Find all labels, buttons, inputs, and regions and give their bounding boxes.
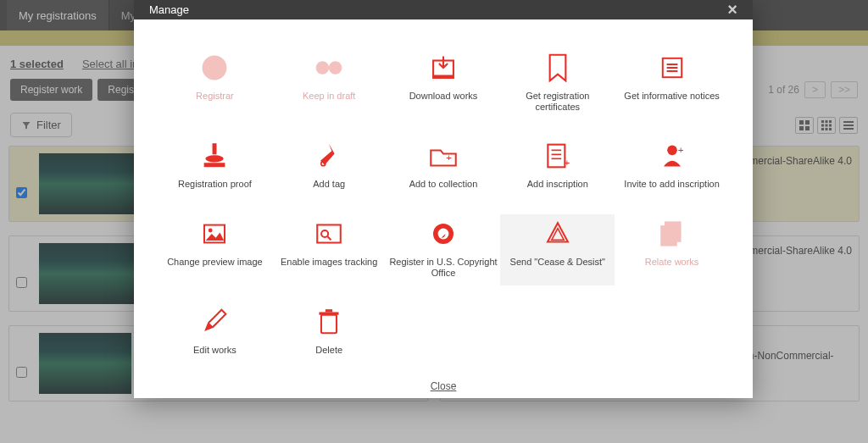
svg-point-39	[321, 230, 328, 237]
action-label: Download works	[409, 91, 478, 102]
action-icon	[427, 219, 459, 248]
action-icon	[198, 53, 231, 82]
action-icon	[313, 141, 345, 170]
action-label: Change preview image	[167, 257, 263, 268]
svg-rect-45	[321, 315, 337, 333]
modal-action-get-informative-notices[interactable]: Get informative notices	[615, 48, 729, 119]
svg-point-37	[209, 228, 213, 232]
modal-action-relate-works: Relate works	[615, 214, 729, 285]
action-label: Keep in draft	[303, 91, 355, 102]
modal-action-enable-images-tracking[interactable]: Enable images tracking	[272, 214, 387, 285]
action-icon	[313, 307, 345, 336]
action-label: Register in U.S. Copyright Office	[388, 257, 499, 279]
modal-action-edit-works[interactable]: Edit works	[158, 302, 272, 363]
action-icon	[198, 219, 231, 248]
action-icon	[198, 307, 231, 336]
action-label: Send "Cease & Desist"	[510, 257, 605, 268]
svg-rect-44	[661, 226, 676, 245]
modal-action-add-to-collection[interactable]: +Add to collection	[387, 136, 501, 197]
svg-point-42	[438, 228, 449, 239]
modal-close-link[interactable]: Close	[431, 380, 457, 392]
modal-action-delete[interactable]: Delete	[272, 302, 387, 363]
action-icon	[656, 219, 688, 248]
svg-text:+: +	[564, 158, 570, 169]
svg-point-18	[330, 62, 342, 74]
action-icon: +	[656, 141, 688, 170]
svg-rect-46	[320, 312, 339, 314]
action-label: Registrar	[196, 91, 234, 102]
svg-rect-29	[548, 145, 565, 168]
svg-rect-20	[433, 75, 453, 78]
svg-text:+: +	[677, 145, 683, 156]
modal-action-get-registration-certificates[interactable]: Get registration certificates	[500, 48, 615, 119]
modal-action-add-tag[interactable]: Add tag	[272, 136, 387, 197]
modal-action-registration-proof[interactable]: Registration proof	[158, 136, 272, 197]
action-icon	[313, 53, 345, 82]
action-label: Add inscription	[527, 179, 588, 190]
svg-rect-26	[204, 163, 225, 168]
modal-action-register-in-u-s-copyright-office[interactable]: Register in U.S. Copyright Office	[387, 214, 501, 285]
modal-action-add-inscription[interactable]: +Add inscription	[500, 136, 615, 197]
close-icon[interactable]: ×	[727, 0, 737, 19]
action-icon	[542, 219, 574, 248]
svg-line-40	[328, 236, 331, 240]
action-label: Invite to add inscription	[624, 179, 720, 190]
action-label: Edit works	[193, 345, 236, 356]
action-label: Get informative notices	[624, 91, 720, 102]
svg-rect-47	[326, 309, 332, 312]
action-label: Add to collection	[409, 179, 478, 190]
modal-action-registrar: Registrar	[158, 48, 272, 119]
action-icon: +	[542, 141, 574, 170]
action-label: Get registration certificates	[502, 91, 613, 113]
modal-header: Manage ×	[134, 0, 753, 19]
action-label: Enable images tracking	[281, 257, 377, 268]
modal-title: Manage	[149, 3, 189, 16]
svg-point-25	[206, 156, 224, 163]
action-icon	[198, 141, 231, 170]
svg-text:+: +	[446, 152, 452, 163]
modal-action-change-preview-image[interactable]: Change preview image	[158, 214, 272, 285]
action-label: Relate works	[645, 257, 699, 268]
action-icon: +	[427, 141, 459, 170]
modal-action-invite-to-add-inscription[interactable]: +Invite to add inscription	[615, 136, 729, 197]
modal-action-send-cease-desist[interactable]: Send "Cease & Desist"	[500, 214, 615, 285]
action-icon	[542, 53, 574, 82]
action-icon	[313, 219, 345, 248]
action-label: Delete	[315, 345, 342, 356]
action-icon	[656, 53, 688, 82]
modal-grid: RegistrarKeep in draftDownload worksGet …	[134, 19, 753, 371]
action-label: Registration proof	[178, 179, 252, 190]
svg-point-17	[317, 62, 329, 74]
modal-action-keep-in-draft: Keep in draft	[272, 48, 387, 119]
manage-modal: Manage × RegistrarKeep in draftDownload …	[134, 0, 753, 398]
action-label: Add tag	[313, 179, 345, 190]
modal-action-download-works[interactable]: Download works	[387, 48, 501, 119]
action-icon	[427, 53, 459, 82]
svg-point-34	[667, 146, 677, 156]
